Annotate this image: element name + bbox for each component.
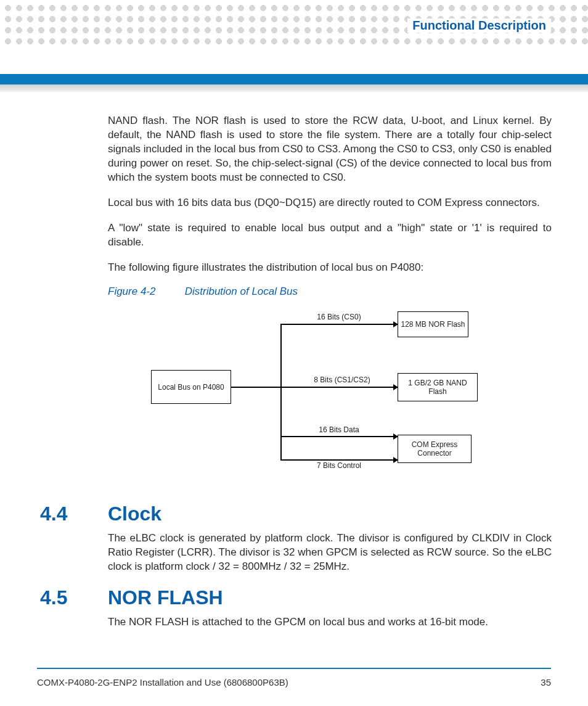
diagram-line [280, 324, 282, 459]
diagram-edge-label: 16 Bits Data [305, 425, 373, 434]
footer-doc-title: COMX-P4080-2G-ENP2 Installation and Use … [37, 677, 288, 688]
paragraph: The eLBC clock is generated by platform … [108, 532, 552, 574]
diagram-box-comexpress: COM Express Connector [398, 435, 472, 463]
figure-caption: Figure 4-2 Distribution of Local Bus [108, 285, 552, 298]
heading-number: 4.5 [40, 586, 108, 609]
diagram-box-nor: 128 MB NOR Flash [398, 311, 468, 337]
paragraph: A "low" state is required to enable loca… [108, 221, 552, 250]
figure-diagram: Local Bus on P4080 16 Bits (CS0) 128 MB … [151, 305, 496, 484]
diagram-arrow [280, 387, 398, 388]
heading-title: Clock [108, 503, 161, 525]
footer-page-number: 35 [541, 677, 551, 688]
header-rule-blue [0, 74, 588, 84]
diagram-edge-label: 7 Bits Control [305, 461, 373, 470]
heading-row: 4.5 NOR FLASH [40, 586, 552, 609]
heading-row: 4.4 Clock [40, 503, 552, 525]
paragraph: Local bus with 16 bits data bus (DQ0~DQ1… [108, 196, 552, 210]
figure-title: Distribution of Local Bus [185, 285, 298, 297]
paragraph: NAND flash. The NOR flash is used to sto… [108, 114, 552, 185]
heading-number: 4.4 [40, 503, 108, 525]
diagram-box-localbus: Local Bus on P4080 [151, 370, 231, 404]
section-title-wrap: Functional Description [407, 18, 551, 33]
section-title: Functional Description [412, 18, 546, 32]
diagram-box-nand: 1 GB/2 GB NAND Flash [398, 373, 478, 401]
diagram-arrow [280, 324, 398, 325]
heading-title: NOR FLASH [108, 586, 223, 609]
figure-number: Figure 4-2 [108, 285, 182, 298]
diagram-arrow [280, 436, 398, 437]
paragraph: The following figure illustrates the dis… [108, 261, 552, 275]
paragraph: The NOR FLASH is attached to the GPCM on… [108, 615, 552, 630]
footer-rule [37, 668, 551, 669]
page-content: NAND flash. The NOR flash is used to sto… [108, 114, 552, 641]
diagram-line [231, 387, 280, 388]
diagram-edge-label: 8 Bits (CS1/CS2) [299, 376, 385, 384]
header-rule-grey [0, 84, 588, 92]
diagram-arrow [280, 459, 398, 461]
diagram-edge-label: 16 Bits (CS0) [305, 313, 373, 321]
header-dot-pattern: Functional Description [0, 0, 588, 49]
footer: COMX-P4080-2G-ENP2 Installation and Use … [37, 677, 551, 688]
